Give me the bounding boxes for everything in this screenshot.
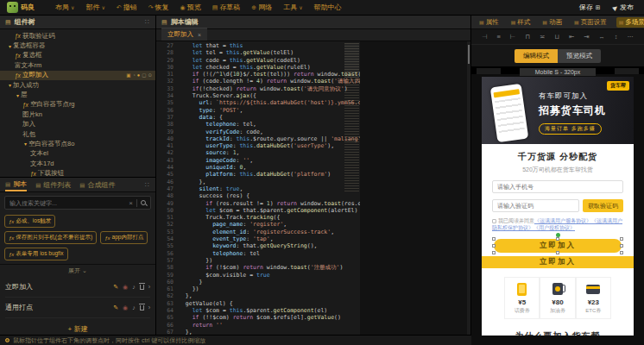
tab-style[interactable]: ▤样式 bbox=[508, 17, 534, 28]
code-line[interactable]: 59 $com.visible = true bbox=[156, 272, 360, 279]
resize-handle-nw[interactable] bbox=[492, 237, 496, 241]
resize-handle-se[interactable] bbox=[620, 251, 623, 254]
tree-item-join-now[interactable]: ƒx立即加入▣◔●▢⊙ bbox=[0, 71, 155, 80]
code-line[interactable]: 61 }) bbox=[156, 285, 360, 292]
code-line[interactable]: 37 data: { bbox=[156, 114, 360, 121]
tree-item-join[interactable]: 加入 bbox=[0, 120, 155, 129]
save-button[interactable]: 保存 ⊞ bbox=[579, 3, 601, 12]
code-line[interactable]: 58 if (!$com) return window.toast('注册成功'… bbox=[156, 264, 360, 271]
align-top-icon[interactable]: ⊓ bbox=[525, 33, 530, 41]
code-line[interactable]: 41 userType: this.dataHubGet('userType')… bbox=[156, 142, 360, 149]
panel-drag-handle[interactable]: ∷ bbox=[145, 181, 150, 189]
menu-redo[interactable]: ↷恢复 bbox=[148, 3, 169, 12]
tree-item-text-el[interactable]: 文本el bbox=[0, 149, 155, 159]
chevron-right-icon[interactable]: › bbox=[148, 284, 150, 290]
align-middle-icon[interactable]: ≍ bbox=[540, 33, 545, 41]
tab-page-settings[interactable]: ▤页面设置 bbox=[571, 17, 609, 28]
tree-item-richtext[interactable]: 富文本rm bbox=[0, 60, 155, 70]
clear-icon[interactable]: × bbox=[129, 199, 133, 207]
code-line[interactable]: 63 getValue(el) { bbox=[156, 300, 360, 307]
align-center-h-icon[interactable]: ≡ bbox=[496, 33, 500, 41]
code-line[interactable]: 46 }, bbox=[156, 179, 360, 185]
code-line[interactable]: 44 uniqueId: 0, bbox=[156, 164, 360, 171]
code-line[interactable]: 67 }, bbox=[156, 329, 360, 335]
code-line[interactable]: 45 platform: this.dataHubGet('platform') bbox=[156, 171, 360, 178]
code-line[interactable]: 49 if (res.result != 1) return window.to… bbox=[156, 200, 360, 207]
tree-item-checkbox-container[interactable]: ▾复选框容器 bbox=[0, 41, 155, 50]
tab-animation[interactable]: ▤动画 bbox=[540, 17, 565, 28]
align-bottom-icon[interactable]: ⊔ bbox=[554, 33, 559, 41]
tree-item-text-17d[interactable]: 文本17d bbox=[0, 159, 155, 168]
visibility-icon[interactable]: ◉ bbox=[123, 284, 128, 291]
code-line[interactable]: 48 success (res) { bbox=[156, 192, 360, 199]
code-line[interactable]: 32 if (code.length != 4) return window.t… bbox=[156, 78, 360, 85]
tree-item-join-success[interactable]: ▾加入成功 bbox=[0, 80, 155, 90]
resize-handle-n[interactable] bbox=[556, 237, 559, 241]
sound-icon[interactable]: ♪ bbox=[132, 284, 136, 290]
code-line[interactable]: 30 let checked = this.getValue(ruleEl) bbox=[156, 64, 360, 71]
code-line[interactable]: 36 type: 'POST', bbox=[156, 107, 360, 114]
code-lines[interactable]: 27 let that = this28 let tel = this.getV… bbox=[156, 42, 360, 335]
delete-icon[interactable] bbox=[140, 285, 144, 290]
scrollbar-thumb[interactable] bbox=[468, 45, 470, 64]
resize-handle-w[interactable] bbox=[492, 244, 496, 248]
code-line[interactable]: 42 source: 1, bbox=[156, 149, 360, 156]
sound-icon[interactable]: ♪ bbox=[132, 304, 136, 310]
script-tag-3[interactable]: ƒx表单专用 ios bugfix bbox=[4, 248, 68, 260]
menu-draft[interactable]: ▤存草稿 bbox=[212, 3, 241, 12]
edit-icon[interactable]: ✎ bbox=[113, 304, 118, 311]
tree-item-empty-node-8o[interactable]: ▾空白容器节点8o bbox=[0, 139, 155, 148]
delete-icon[interactable] bbox=[140, 305, 144, 310]
tab-script[interactable]: ▤脚本 bbox=[5, 178, 27, 191]
minimap[interactable] bbox=[344, 43, 359, 191]
tree-item-layer[interactable]: ▾层 bbox=[0, 90, 155, 99]
menu-preview[interactable]: ◉预览 bbox=[180, 3, 201, 12]
verify-code-input[interactable] bbox=[497, 203, 574, 209]
distribute-h-icon[interactable]: ⇤ bbox=[569, 33, 574, 41]
join-now-bar[interactable]: 立即加入 bbox=[482, 256, 634, 268]
tab-props[interactable]: ▤属性 bbox=[477, 17, 502, 28]
chevron-right-icon[interactable]: › bbox=[148, 304, 150, 310]
tab-composite[interactable]: ▤合成组件 bbox=[79, 178, 115, 191]
code-line[interactable]: 40 trackId: this.$route.query.source || … bbox=[156, 135, 360, 142]
editor-tab-join-now[interactable]: 立即加入 × bbox=[161, 28, 207, 41]
publish-button[interactable]: ▶ 发布 bbox=[613, 3, 634, 12]
resize-handle-e[interactable] bbox=[620, 244, 623, 248]
code-line[interactable]: 50 let $com = that.$parent.getComponent(… bbox=[156, 207, 360, 214]
same-width-icon[interactable]: ↔ bbox=[598, 33, 605, 41]
code-area[interactable]: 27 let that = this28 let tel = this.getV… bbox=[156, 41, 470, 335]
code-line[interactable]: 60 } bbox=[156, 279, 360, 285]
code-line[interactable]: 52 page_name: 'register', bbox=[156, 221, 360, 228]
code-line[interactable]: 54 event_type: 'tap', bbox=[156, 235, 360, 242]
hero-banner[interactable]: 货车帮 有车即可加入 招募货车司机 海量订单 多跑多赚 bbox=[482, 77, 634, 144]
phone-input[interactable] bbox=[497, 184, 618, 190]
code-line[interactable]: 66 return '' bbox=[156, 322, 360, 329]
code-line[interactable]: 64 let $com = this.$parent.getComponent(… bbox=[156, 307, 360, 314]
tree-item-get-code[interactable]: ƒx获取验证码 bbox=[0, 31, 155, 41]
tree-item-empty-node-rg[interactable]: ƒx空白容器节点rg bbox=[0, 100, 155, 110]
menu-tools[interactable]: 工具∨ bbox=[283, 3, 302, 12]
resize-handle-sw[interactable] bbox=[492, 251, 496, 254]
code-line[interactable]: 28 let tel = this.getValue(telEl) bbox=[156, 49, 360, 56]
menu-layout[interactable]: 布局∨ bbox=[55, 3, 74, 12]
preview-mode-button[interactable]: 预览模式 bbox=[558, 49, 601, 63]
code-line[interactable]: 47 silent: true, bbox=[156, 185, 360, 192]
tab-scenes[interactable]: ▤多场景 bbox=[616, 17, 644, 28]
agreement-checkbox[interactable] bbox=[492, 219, 496, 223]
code-line[interactable]: 62 }, bbox=[156, 292, 360, 299]
tab-component-list[interactable]: ▤组件列表 bbox=[35, 178, 71, 191]
code-line[interactable]: 43 imageCode: '', bbox=[156, 157, 360, 164]
menu-network[interactable]: ⊕网络 bbox=[251, 3, 272, 12]
edit-icon[interactable]: ✎ bbox=[113, 284, 118, 291]
code-line[interactable]: 57 }) bbox=[156, 257, 360, 264]
expand-arrow-icon[interactable]: ▾ bbox=[7, 43, 13, 49]
search-input[interactable] bbox=[9, 200, 125, 206]
code-line[interactable]: 34 Truck.Server.ajax({ bbox=[156, 92, 360, 99]
align-left-icon[interactable]: ⊣ bbox=[482, 33, 488, 41]
code-line[interactable]: 35 url: `https://${this.dataHubGet('host… bbox=[156, 99, 360, 106]
menu-undo[interactable]: ↶撤销 bbox=[117, 3, 137, 12]
visibility-icon[interactable]: ◉ bbox=[123, 304, 128, 311]
close-icon[interactable]: × bbox=[198, 32, 201, 38]
edit-mode-button[interactable]: 编辑模式 bbox=[515, 49, 558, 63]
code-line[interactable]: 39 verifyCode: code, bbox=[156, 129, 360, 135]
